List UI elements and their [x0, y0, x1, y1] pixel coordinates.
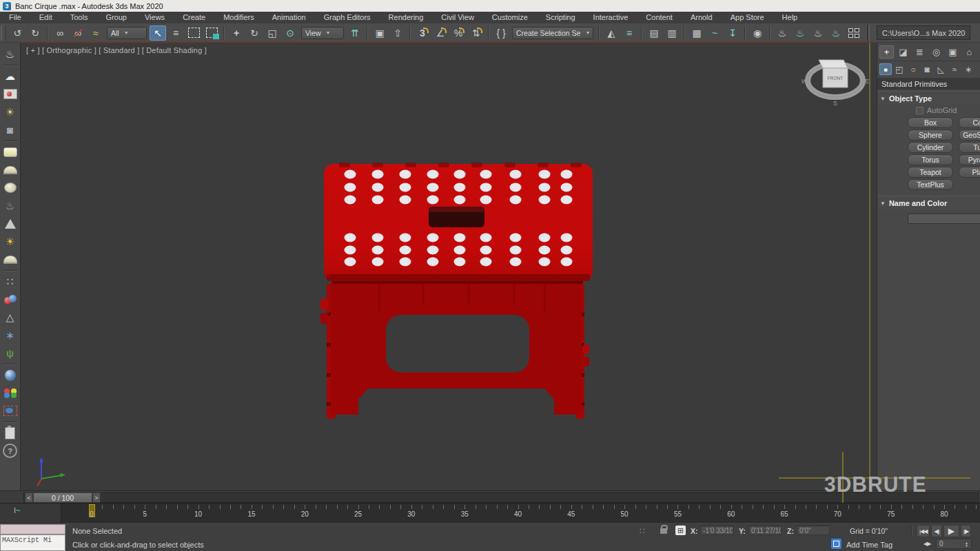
spinner-snap-button[interactable]: ⇅: [468, 25, 484, 41]
select-by-name-button[interactable]: ≡: [167, 25, 184, 41]
menu-file[interactable]: File: [0, 12, 30, 23]
space-warps-category[interactable]: ≈: [948, 63, 961, 75]
track-bar[interactable]: I~ 05101520253035404550556065707580: [0, 503, 980, 522]
edit-named-selection-sets-button[interactable]: { }: [493, 25, 509, 41]
curve-editor-button[interactable]: ~: [706, 25, 723, 41]
menu-app-store[interactable]: App Store: [722, 12, 773, 23]
wire-teapot-icon[interactable]: ♨: [1, 197, 19, 214]
dope-sheet-button[interactable]: ↧: [724, 25, 741, 41]
menu-edit[interactable]: Edit: [30, 12, 61, 23]
name-color-rollout-header[interactable]: ▼ Name and Color: [877, 196, 980, 209]
display-tab[interactable]: ▣: [946, 45, 960, 59]
menu-create[interactable]: Create: [174, 12, 214, 23]
z-coordinate-field[interactable]: 0'0": [797, 526, 830, 535]
viewcube[interactable]: FRONT W E S: [799, 52, 870, 110]
menu-modifiers[interactable]: Modifiers: [214, 12, 263, 23]
geosphere-button[interactable]: GeoSphere: [959, 129, 980, 141]
current-frame-field[interactable]: 0 ▲▼: [936, 539, 972, 549]
align-button[interactable]: ≡: [621, 25, 637, 41]
pyramid-button[interactable]: Pyramid: [959, 154, 980, 165]
previous-frame-arrow[interactable]: <: [25, 492, 33, 503]
maxscript-mini-listener[interactable]: MAXScript Mi: [0, 534, 65, 551]
teapot-button[interactable]: Teapot: [908, 167, 953, 178]
help-icon[interactable]: ?: [1, 442, 19, 459]
select-and-link-button[interactable]: ∞: [52, 25, 68, 41]
previous-frame-button[interactable]: ◀||: [931, 525, 941, 537]
box-button[interactable]: Box: [908, 117, 953, 128]
select-object-button[interactable]: ↖: [150, 25, 166, 41]
render-production-button[interactable]: ♨: [810, 25, 826, 41]
key-mode-toggle[interactable]: ◀▶: [923, 541, 930, 547]
cone-button[interactable]: Cone: [959, 117, 980, 128]
clipboard-icon[interactable]: [1, 424, 19, 441]
torus-button[interactable]: Torus: [908, 154, 953, 165]
motion-tab[interactable]: ◎: [929, 45, 943, 59]
modify-tab[interactable]: ◪: [896, 45, 910, 59]
particle-array-icon[interactable]: ∷: [1, 273, 19, 290]
bind-to-space-warp-button[interactable]: ≈: [88, 25, 104, 41]
render-window-icon[interactable]: [1, 85, 19, 103]
sphere-button[interactable]: Sphere: [908, 129, 953, 141]
shapes-category[interactable]: ◰: [893, 63, 906, 75]
primitive-category-dropdown[interactable]: Standard Primitives: [877, 78, 980, 90]
geometry-category[interactable]: ●: [879, 63, 892, 75]
scene-explorer-button[interactable]: ▤: [646, 25, 662, 41]
scatter-flower-icon[interactable]: ∗: [1, 326, 19, 344]
add-time-tag-label[interactable]: Add Time Tag: [846, 541, 892, 549]
time-slider-handle[interactable]: 0 / 100: [33, 492, 92, 503]
play-button[interactable]: ▶: [943, 525, 959, 537]
reference-coordinate-dropdown[interactable]: View▼: [301, 27, 344, 39]
selection-filter-dropdown[interactable]: All▼: [107, 27, 147, 39]
helpers-category[interactable]: ◺: [935, 63, 947, 75]
workspace-layout-button[interactable]: [846, 25, 862, 41]
create-tab[interactable]: +: [879, 45, 894, 59]
stool-model[interactable]: [21, 43, 870, 490]
menu-graph-editors[interactable]: Graph Editors: [315, 12, 380, 23]
ik-chain-icon[interactable]: △: [1, 309, 19, 326]
menu-help[interactable]: Help: [773, 12, 807, 23]
menu-tools[interactable]: Tools: [61, 12, 97, 23]
layer-explorer-button[interactable]: ▥: [664, 25, 680, 41]
metaball-spheres-icon[interactable]: [1, 291, 19, 308]
menu-customize[interactable]: Customize: [483, 12, 537, 23]
menu-civil-view[interactable]: Civil View: [432, 12, 482, 23]
menu-rendering[interactable]: Rendering: [380, 12, 433, 23]
sphere-object-icon[interactable]: [1, 366, 19, 384]
select-and-scale-button[interactable]: ◱: [264, 25, 280, 41]
object-type-rollout-header[interactable]: ▼ Object Type: [877, 91, 980, 105]
cone-icon[interactable]: [1, 215, 19, 232]
textplus-button[interactable]: TextPlus: [908, 179, 953, 190]
selection-lock-icon[interactable]: [660, 528, 667, 534]
next-frame-arrow[interactable]: >: [92, 492, 101, 503]
go-to-start-button[interactable]: |◀◀: [917, 525, 930, 537]
toolbar-drag-handle[interactable]: [1, 25, 6, 41]
sky-dome-icon[interactable]: [1, 251, 19, 268]
render-setup-button[interactable]: ♨: [774, 25, 790, 41]
cameras-category[interactable]: ◙: [921, 63, 933, 75]
sun-light-icon[interactable]: ☀: [1, 233, 19, 250]
teapot-preview-icon[interactable]: ♨: [1, 45, 19, 63]
projector-camera-icon[interactable]: ◙: [1, 121, 19, 138]
y-coordinate-field[interactable]: 0'11 27/10: [748, 526, 782, 535]
named-selection-sets-dropdown[interactable]: Create Selection Se▼: [512, 27, 593, 39]
foliage-icon[interactable]: ψ: [1, 344, 19, 362]
menu-animation[interactable]: Animation: [263, 12, 315, 23]
menu-interactive[interactable]: Interactive: [584, 12, 637, 23]
menu-group[interactable]: Group: [96, 12, 136, 23]
angle-snap-button[interactable]: ∠: [432, 25, 449, 41]
mirror-button[interactable]: ◭: [603, 25, 620, 41]
use-pivot-point-center-button[interactable]: ⇈: [347, 25, 363, 41]
undo-button[interactable]: ↺: [9, 25, 25, 41]
select-and-manipulate-button[interactable]: ▣: [371, 25, 388, 41]
cloud-icon[interactable]: ☁: [1, 67, 19, 85]
time-tag-icon[interactable]: [831, 539, 841, 549]
rendered-frame-window-button[interactable]: ♨: [792, 25, 808, 41]
macro-recorder-pane[interactable]: [0, 524, 65, 534]
viewport[interactable]: [ + ] [ Orthographic ] [ Standard ] [ De…: [21, 43, 870, 490]
ribbon-toggle-button[interactable]: ▦: [688, 25, 705, 41]
frame-spinner[interactable]: ▲▼: [965, 541, 968, 547]
percent-snap-button[interactable]: %: [450, 25, 467, 41]
menu-views[interactable]: Views: [136, 12, 174, 23]
unlink-selection-button[interactable]: ∞: [70, 25, 86, 41]
hierarchy-tab[interactable]: ≣: [912, 45, 927, 59]
